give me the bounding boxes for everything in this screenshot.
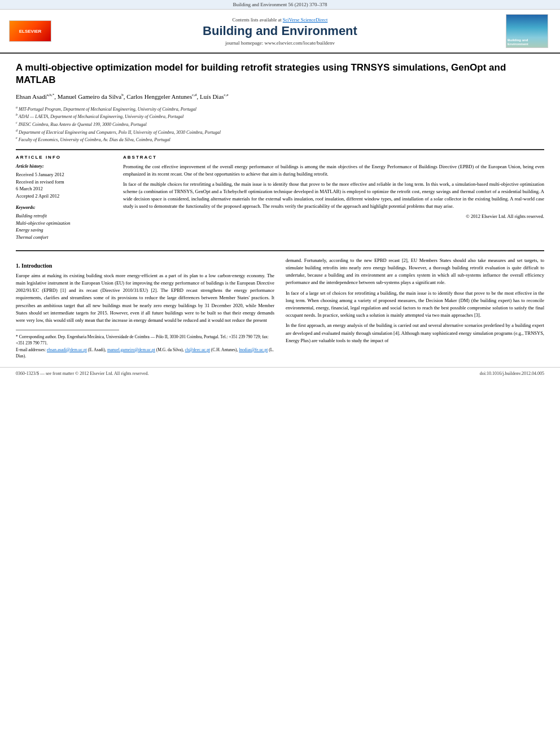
abstract-col: ABSTRACT Promoting the cost effective im… xyxy=(123,155,544,246)
keyword-2: Multi-objective optimization xyxy=(16,220,112,227)
intro-para-r2: In face of a large set of choices for re… xyxy=(286,290,544,320)
abstract-title: ABSTRACT xyxy=(123,155,544,160)
copyright: © 2012 Elsevier Ltd. All rights reserved… xyxy=(123,213,544,220)
revised-date: 6 March 2012 xyxy=(16,186,43,191)
intro-heading-text: Introduction xyxy=(21,263,52,269)
intro-para-1: Europe aims at making its existing build… xyxy=(16,272,274,324)
email-asadi[interactable]: ehsan.asadi@dem.uc.pt xyxy=(47,347,87,352)
footnote-divider xyxy=(16,330,119,330)
keyword-1: Building retrofit xyxy=(16,212,112,220)
contents-line: Contents lists available at SciVerse Sci… xyxy=(54,17,506,23)
journal-cover-text: Building andEnvironment xyxy=(508,38,546,46)
abstract-p2: In face of the multiple choices for retr… xyxy=(123,181,544,209)
email-silva[interactable]: manuel.gameiro@dem.uc.pt xyxy=(107,347,155,352)
keyword-3: Energy saving xyxy=(16,226,112,234)
article-info-title: ARTICLE INFO xyxy=(16,155,112,160)
keyword-4: Thermal comfort xyxy=(16,234,112,241)
authors-line: Ehsan Asadia,b,*, Manuel Gameiro da Silv… xyxy=(16,92,544,102)
received-revised-label: Received in revised form xyxy=(16,179,64,185)
keywords-label: Keywords: xyxy=(16,204,112,211)
footer-issn: 0360-1323/$ — see front matter © 2012 El… xyxy=(16,371,149,376)
affiliations: a MIT-Portugal Program, Department of Me… xyxy=(16,105,544,143)
email-antunes[interactable]: ch@deec.uc.pt xyxy=(185,347,210,352)
elsevier-logo-area: ELSEVIER xyxy=(9,20,54,42)
header-divider xyxy=(16,149,544,150)
paper-title: A multi-objective optimization model for… xyxy=(16,62,544,86)
intro-para-r1: demand. Fortunately, according to the ne… xyxy=(286,257,544,287)
accepted-date: Accepted 2 April 2012 xyxy=(16,193,59,199)
footnote-1: * Corresponding author. Dep. Engenharia … xyxy=(16,334,274,347)
footnote-2: E-mail addresses: ehsan.asadi@dem.uc.pt … xyxy=(16,347,274,360)
intro-col-left: 1. Introduction Europe aims at making it… xyxy=(16,257,274,359)
article-history: Article history: Received 5 January 2012… xyxy=(16,163,112,200)
article-info-col: ARTICLE INFO Article history: Received 5… xyxy=(16,155,112,246)
intro-text-right: demand. Fortunately, according to the ne… xyxy=(286,257,544,344)
intro-text-left: Europe aims at making its existing build… xyxy=(16,272,274,324)
footer-doi: doi:10.1016/j.buildenv.2012.04.005 xyxy=(480,371,544,376)
keywords-section: Keywords: Building retrofit Multi-object… xyxy=(16,204,112,241)
received-date: Received 5 January 2012 xyxy=(16,172,64,177)
journal-cover-image: Building andEnvironment xyxy=(506,14,548,48)
footer-bar: 0360-1323/$ — see front matter © 2012 El… xyxy=(0,367,560,379)
abstract-body-divider xyxy=(16,250,544,251)
journal-header: ELSEVIER Contents lists available at Sci… xyxy=(0,10,560,54)
journal-title-area: Contents lists available at SciVerse Sci… xyxy=(54,17,506,46)
top-bar: Building and Environment 56 (2012) 370–3… xyxy=(0,0,560,10)
journal-title: Building and Environment xyxy=(54,24,506,38)
email-dias[interactable]: lnodias@fe.uc.pt xyxy=(239,347,268,352)
journal-homepage: journal homepage: www.elsevier.com/locat… xyxy=(54,40,506,46)
abstract-p1: Promoting the cost effective improvement… xyxy=(123,163,544,178)
intro-heading: 1. Introduction xyxy=(16,263,274,269)
history-label: Article history: xyxy=(16,163,112,170)
section-number: 1. xyxy=(16,263,21,269)
sciverse-link[interactable]: SciVerse ScienceDirect xyxy=(283,17,328,23)
journal-citation: Building and Environment 56 (2012) 370–3… xyxy=(233,2,327,7)
abstract-text: Promoting the cost effective improvement… xyxy=(123,163,544,220)
elsevier-logo: ELSEVIER xyxy=(9,20,51,42)
intro-para-r3: In the first approach, an energy analysi… xyxy=(286,322,544,344)
main-content: A multi-objective optimization model for… xyxy=(0,54,560,367)
intro-col-right: demand. Fortunately, according to the ne… xyxy=(286,257,544,359)
journal-cover-area: Building andEnvironment xyxy=(506,14,551,48)
article-info-abstract-section: ARTICLE INFO Article history: Received 5… xyxy=(16,155,544,246)
body-section: 1. Introduction Europe aims at making it… xyxy=(16,257,544,359)
